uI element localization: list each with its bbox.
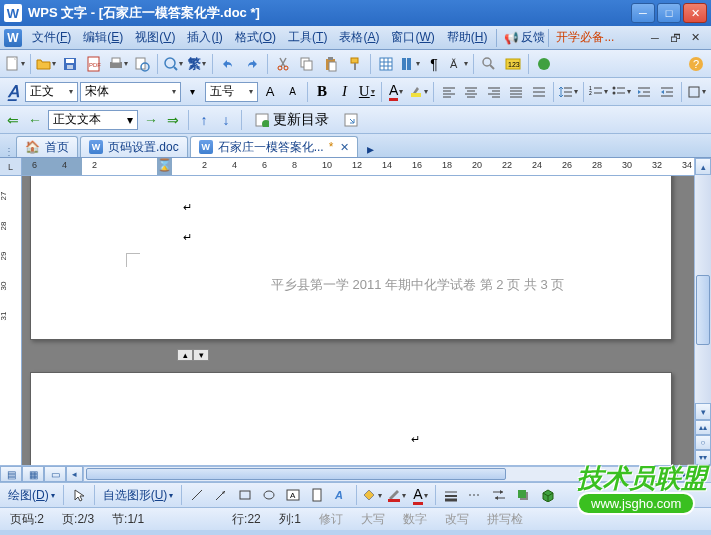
paste-button[interactable] [320,53,342,75]
status-page[interactable]: 页:2/3 [58,511,98,528]
underline-button[interactable]: U▾ [357,81,377,103]
tab-doc-2[interactable]: W 石家庄一模答案化... * ✕ [190,136,359,157]
minimize-button[interactable]: ─ [631,3,655,23]
3d-button[interactable] [536,484,558,506]
copy-button[interactable] [296,53,318,75]
rectangle-button[interactable] [234,484,256,506]
save-button[interactable] [59,53,81,75]
status-section[interactable]: 节:1/1 [108,511,148,528]
new-tab-button[interactable]: ▸ [362,141,378,157]
app-menu-icon[interactable]: W [4,29,22,47]
status-page-number[interactable]: 页码:2 [6,511,48,528]
export-pdf-button[interactable]: PDF [83,53,105,75]
word-count-button[interactable]: 123 [502,53,524,75]
line-spacing-button[interactable]: ▾ [558,81,579,103]
vertical-textbox-button[interactable] [306,484,328,506]
size-combo[interactable]: 五号▾ [205,82,258,102]
columns-button[interactable]: ▾ [399,53,421,75]
wordart-button[interactable]: A [330,484,352,506]
oval-button[interactable] [258,484,280,506]
promo-link[interactable]: 开学必备... [556,29,614,46]
menu-view[interactable]: 视图(V) [129,27,181,48]
move-up-button[interactable]: ↑ [195,111,213,129]
tab-close-button[interactable]: ✕ [340,141,349,154]
status-track[interactable]: 修订 [315,511,347,528]
convert-button[interactable]: 繁▾ [186,53,208,75]
prev-page-button[interactable]: ▴▴ [695,420,711,435]
align-justify-button[interactable] [506,81,527,103]
tab-doc-1[interactable]: W 页码设置.doc [80,136,188,157]
vertical-scrollbar[interactable]: ▴ ▾ ▴▴ ○ ▾▾ [694,158,711,465]
menu-window[interactable]: 窗口(W) [385,27,440,48]
select-objects-button[interactable] [68,484,90,506]
demote-button[interactable]: → [142,111,160,129]
scroll-thumb[interactable] [696,275,710,345]
maximize-button[interactable]: □ [657,3,681,23]
zoom-button[interactable]: ▾ [162,53,184,75]
textbox-button[interactable]: A [282,484,304,506]
promote-button[interactable]: ← [26,111,44,129]
menu-help[interactable]: 帮助(H) [441,27,494,48]
feedback-link[interactable]: 📢 反馈 [504,29,545,46]
scroll-left-button[interactable]: ◂ [66,466,83,482]
status-spell[interactable]: 拼写检 [483,511,527,528]
scroll-down-button[interactable]: ▾ [695,403,711,420]
demote-body-button[interactable]: ⇒ [164,111,182,129]
normal-view-button[interactable]: ▤ [0,466,22,482]
font-dialog-button[interactable]: ▾ [183,81,204,103]
fill-color-button[interactable]: ▾ [361,484,383,506]
borders-button[interactable]: ▾ [686,81,707,103]
line-color-button[interactable]: ▾ [385,484,407,506]
draw-menu-button[interactable]: 绘图(D)▾ [4,487,59,504]
open-button[interactable]: ▾ [35,53,57,75]
sub-minimize-button[interactable]: ─ [647,31,663,45]
undo-button[interactable] [217,53,239,75]
print-preview-button[interactable] [131,53,153,75]
highlight-button[interactable]: ▾ [408,81,429,103]
outline-view-button[interactable]: ▦ [22,466,44,482]
goto-toc-button[interactable] [340,109,362,131]
promote-top-button[interactable]: ⇐ [4,111,22,129]
sub-close-button[interactable]: ✕ [687,31,703,45]
decrease-indent-button[interactable] [634,81,655,103]
help-button[interactable]: ? [685,53,707,75]
italic-button[interactable]: I [334,81,354,103]
next-page-button[interactable]: ▾▾ [695,450,711,465]
update-toc-button[interactable]: 更新目录 [248,109,336,131]
scroll-right-button[interactable]: ▸ [677,466,694,482]
status-column[interactable]: 列:1 [275,511,305,528]
status-num[interactable]: 数字 [399,511,431,528]
grow-font-button[interactable]: A [260,81,281,103]
format-painter-button[interactable] [344,53,366,75]
status-line[interactable]: 行:22 [228,511,265,528]
numbering-button[interactable]: 12▾ [588,81,609,103]
vertical-ruler[interactable]: L 27 28 29 30 31 [0,158,22,465]
menu-insert[interactable]: 插入(I) [181,27,228,48]
align-right-button[interactable] [483,81,504,103]
shadow-button[interactable] [512,484,534,506]
print-button[interactable]: ▾ [107,53,129,75]
find-button[interactable] [478,53,500,75]
toggle-marks-button[interactable]: ¶ [423,53,445,75]
increase-indent-button[interactable] [657,81,678,103]
horizontal-scrollbar[interactable] [83,466,677,482]
align-distribute-button[interactable] [529,81,550,103]
dash-style-button[interactable] [464,484,486,506]
menu-file[interactable]: 文件(F) [26,27,77,48]
horizontal-ruler[interactable]: 6 4 2 ⌛ 2 4 6 8 10 12 14 16 18 20 22 24 … [22,158,694,176]
align-left-button[interactable] [438,81,459,103]
page-view-button[interactable]: ▭ [44,466,66,482]
document-area[interactable]: ↵ ↵ 平乡县第一学 2011 年期中化学试卷 第 2 页 共 3 页 ▴▾ ↵ [22,176,694,465]
autoshapes-button[interactable]: 自选图形(U)▾ [99,487,178,504]
bullets-button[interactable]: ▾ [611,81,632,103]
text-direction-button[interactable]: Ă▾ [447,53,469,75]
align-center-button[interactable] [461,81,482,103]
move-down-button[interactable]: ↓ [217,111,235,129]
hscroll-thumb[interactable] [86,468,506,480]
line-button[interactable] [186,484,208,506]
line-style-button[interactable] [440,484,462,506]
arrow-style-button[interactable] [488,484,510,506]
bold-button[interactable]: B [312,81,332,103]
scroll-up-button[interactable]: ▴ [695,158,711,175]
cut-button[interactable] [272,53,294,75]
